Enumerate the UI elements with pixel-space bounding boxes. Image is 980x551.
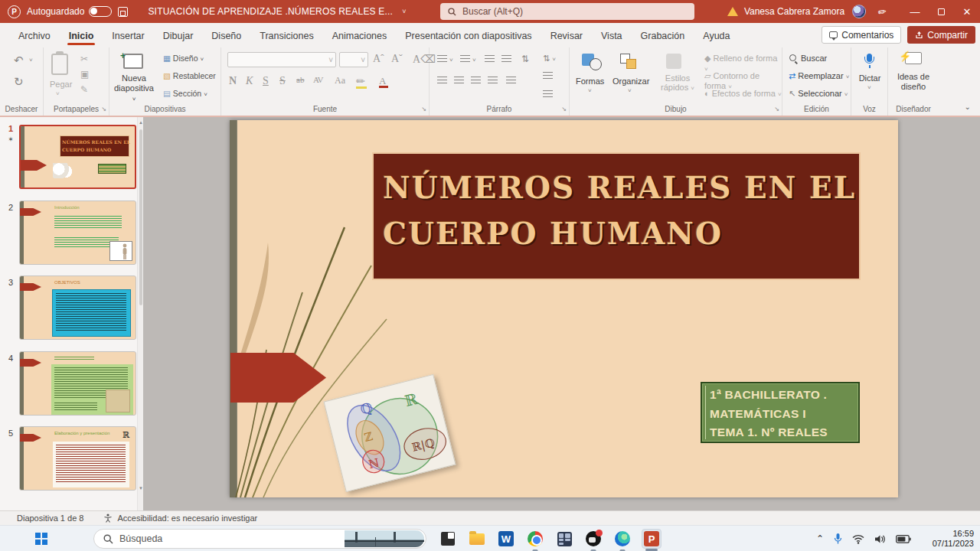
slide-canvas[interactable]: NÚMEROS REALES EN EL CUERPO HUMANO ℝ ℚ ℤ… [230, 120, 898, 497]
slide-thumbnail-5[interactable]: Elaboración y presentación ℝ [19, 426, 136, 491]
windows-start-button[interactable] [35, 533, 47, 545]
decrease-indent-button[interactable] [485, 55, 495, 63]
taskbar-app-word[interactable]: W [496, 529, 516, 549]
tab-dibujar[interactable]: Dibujar [154, 25, 203, 46]
comments-button[interactable]: Comentarios [822, 26, 901, 44]
presenter-pen-icon[interactable]: ✏ [877, 5, 887, 18]
close-button[interactable]: ✕ [954, 0, 980, 23]
scroll-down-icon[interactable]: ▼ [139, 486, 143, 491]
increase-font-button[interactable]: Aˆ [373, 53, 384, 65]
taskbar-clock[interactable]: 16:59 07/11/2023 [933, 529, 974, 549]
autosave-control[interactable]: Autoguardado [27, 6, 112, 17]
italic-button[interactable]: K [246, 75, 253, 87]
cut-button[interactable]: ✂ [80, 54, 88, 64]
tab-insertar[interactable]: Insertar [103, 25, 153, 46]
strikethrough-button[interactable]: ab [296, 75, 304, 84]
text-direction-button[interactable]: ⇅ ˅ [543, 54, 556, 64]
align-center-button[interactable] [454, 77, 464, 84]
collapse-ribbon-button[interactable]: ⌄ [965, 103, 971, 111]
shape-outline-button[interactable]: ▱ Contorno de forma ˅ [704, 71, 782, 90]
search-box[interactable]: Buscar (Alt+Q) [440, 3, 694, 20]
number-sets-image[interactable]: ℝ ℚ ℤ ℕ ℝ|ℚ [323, 374, 456, 492]
align-left-button[interactable] [437, 77, 447, 84]
slide-title-box[interactable]: NÚMEROS REALES EN EL CUERPO HUMANO [372, 152, 861, 280]
thumbnail-scrollbar[interactable]: ▲ ▼ [137, 117, 143, 510]
format-painter-button[interactable]: ✎ [80, 84, 88, 95]
warning-icon[interactable] [727, 7, 738, 16]
replace-button[interactable]: ⇄ Reemplazar ˅ [789, 71, 849, 81]
tray-expand-icon[interactable]: ⌃ [816, 533, 824, 544]
highlight-color-button[interactable]: ✏ [356, 75, 367, 89]
slide-thumbnail-3[interactable]: OBJETIVOS [19, 276, 136, 340]
user-avatar[interactable] [852, 5, 866, 18]
arrow-shape[interactable] [230, 353, 326, 403]
course-badge[interactable]: 1ª BACHILLERATO . MATEMÁTICAS I TEMA 1. … [701, 382, 860, 443]
search-highlight-image[interactable] [345, 530, 424, 547]
change-case-button[interactable]: Aa [335, 75, 345, 86]
taskbar-app-chrome[interactable] [525, 529, 545, 549]
line-spacing-button[interactable]: ⇅ [521, 54, 529, 64]
user-name[interactable]: Vanesa Cabrera Zamora [744, 6, 844, 17]
character-spacing-button[interactable]: AV [313, 75, 322, 84]
align-right-button[interactable] [471, 77, 481, 84]
underline-button[interactable]: S [263, 75, 269, 87]
taskbar-app-task-view[interactable] [438, 529, 458, 549]
copy-button[interactable]: ▣ [80, 69, 89, 80]
accessibility-status[interactable]: Accesibilidad: es necesario investigar [103, 514, 257, 523]
justify-button[interactable] [488, 77, 498, 84]
shadow-button[interactable]: S [279, 75, 286, 87]
font-color-button[interactable]: A [379, 75, 388, 88]
shape-effects-button[interactable]: ◐ Efectos de forma ˅ [704, 89, 782, 98]
shape-fill-button[interactable]: ◆ Relleno de forma ˅ [704, 54, 782, 73]
taskbar-app-calculator[interactable] [554, 529, 574, 549]
bullets-button[interactable] [437, 55, 447, 63]
taskbar-app-file-explorer[interactable] [467, 529, 487, 549]
taskbar-app-obs[interactable] [583, 529, 603, 549]
slide-thumbnail-4[interactable] [19, 351, 136, 416]
slide-thumbnail-1[interactable]: NÚMEROS REALES EN ELCUERPO HUMANO [19, 125, 136, 189]
powerpoint-app-icon[interactable]: P [8, 5, 21, 18]
redo-button[interactable]: ↻ [14, 75, 24, 89]
paste-button[interactable]: Pegar [50, 80, 72, 89]
battery-icon[interactable] [896, 535, 911, 543]
document-title[interactable]: SITUACIÓN DE APRENDIZAJE .NÚMEROS REALES… [148, 6, 393, 17]
tab-revisar[interactable]: Revisar [541, 25, 592, 46]
tab-inicio[interactable]: Inicio [60, 25, 103, 46]
slide-layout-button[interactable]: ▦ Diseño ˅ [163, 54, 204, 63]
tab-grabación[interactable]: Grabación [632, 25, 694, 46]
share-button[interactable]: Compartir [907, 26, 975, 44]
minimize-button[interactable]: — [902, 0, 928, 23]
font-size-combobox[interactable]: ˅ [339, 52, 368, 67]
speaker-icon[interactable] [874, 534, 886, 544]
autosave-toggle[interactable] [89, 6, 112, 17]
increase-indent-button[interactable] [501, 55, 511, 63]
save-icon[interactable] [118, 7, 128, 17]
smartart-button[interactable] [543, 90, 553, 98]
taskbar-app-powerpoint[interactable]: P [642, 529, 662, 549]
slide-thumbnail-2[interactable]: Introducción [19, 201, 136, 265]
tray-microphone-icon[interactable] [834, 533, 842, 545]
reset-slide-button[interactable]: ▧ Restablecer [163, 71, 216, 80]
section-button[interactable]: ▤ Sección ˅ [163, 89, 207, 98]
select-button[interactable]: ↖ Seleccionar ˅ [789, 89, 848, 99]
restore-button[interactable] [928, 0, 954, 23]
font-name-combobox[interactable]: ˅ [227, 52, 336, 67]
columns-button[interactable] [506, 77, 516, 84]
tab-archivo[interactable]: Archivo [9, 25, 60, 46]
tab-ayuda[interactable]: Ayuda [694, 25, 739, 46]
tab-transiciones[interactable]: Transiciones [250, 25, 322, 46]
scrollbar-thumb[interactable] [139, 129, 142, 305]
tab-vista[interactable]: Vista [592, 25, 632, 46]
taskbar-search-box[interactable]: Búsqueda [93, 529, 426, 549]
tab-animaciones[interactable]: Animaciones [323, 25, 397, 46]
decrease-font-button[interactable]: Aˇ [391, 53, 403, 65]
tab-presentación-con-diapositivas[interactable]: Presentación con diapositivas [396, 25, 541, 46]
undo-dropdown[interactable]: ˅ [29, 57, 33, 64]
numbering-button[interactable] [460, 55, 470, 63]
taskbar-app-edge[interactable] [612, 529, 632, 549]
undo-button[interactable]: ↶ [14, 54, 24, 67]
scroll-up-icon[interactable]: ▲ [139, 120, 143, 125]
title-chevron-down-icon[interactable]: ˅ [402, 8, 406, 15]
bold-button[interactable]: N [229, 75, 237, 87]
align-text-button[interactable] [543, 72, 553, 80]
